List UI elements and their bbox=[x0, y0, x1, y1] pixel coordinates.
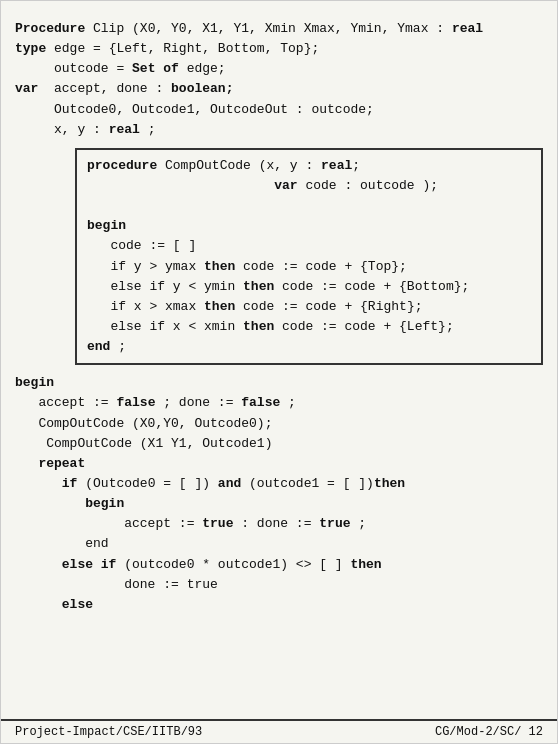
inner-code-5: else if x < xmin then code := code + {Le… bbox=[87, 317, 531, 337]
main-line-1: accept := false ; done := false ; bbox=[15, 393, 543, 413]
main-line-11: else bbox=[15, 595, 543, 615]
kw-then-2: then bbox=[243, 279, 274, 294]
code-content: Procedure Clip (X0, Y0, X1, Y1, Xmin Xma… bbox=[1, 1, 557, 719]
kw-then-1: then bbox=[204, 259, 235, 274]
kw-inner-procedure: procedure bbox=[87, 158, 157, 173]
kw-real-3: real bbox=[321, 158, 352, 173]
inner-end: end ; bbox=[87, 337, 531, 357]
kw-real-1: real bbox=[452, 21, 483, 36]
footer-right: CG/Mod-2/SC/ 12 bbox=[435, 725, 543, 739]
kw-else: else bbox=[62, 597, 93, 612]
kw-true-1: true bbox=[202, 516, 233, 531]
kw-then-6: then bbox=[350, 557, 381, 572]
kw-if-1: if bbox=[62, 476, 78, 491]
kw-then-3: then bbox=[204, 299, 235, 314]
kw-false-2: false bbox=[241, 395, 280, 410]
kw-end-1: end bbox=[87, 339, 110, 354]
inner-line-1: procedure CompOutCode (x, y : real; bbox=[87, 156, 531, 176]
main-line-10: done := true bbox=[15, 575, 543, 595]
kw-repeat: repeat bbox=[38, 456, 85, 471]
code-line-6: x, y : real ; bbox=[15, 120, 543, 140]
code-line-2: type edge = {Left, Right, Bottom, Top}; bbox=[15, 39, 543, 59]
inner-code-4: if x > xmax then code := code + {Right}; bbox=[87, 297, 531, 317]
kw-then-4: then bbox=[243, 319, 274, 334]
code-line-1: Procedure Clip (X0, Y0, X1, Y1, Xmin Xma… bbox=[15, 19, 543, 39]
inner-begin: begin bbox=[87, 216, 531, 236]
kw-var-2: var bbox=[274, 178, 297, 193]
main-line-7: accept := true : done := true ; bbox=[15, 514, 543, 534]
inner-code-1: code := [ ] bbox=[87, 236, 531, 256]
kw-type: type bbox=[15, 41, 46, 56]
kw-set: Set of bbox=[132, 61, 179, 76]
main-begin: begin bbox=[15, 373, 543, 393]
kw-and: and bbox=[218, 476, 241, 491]
inner-code-3: else if y < ymin then code := code + {Bo… bbox=[87, 277, 531, 297]
main-line-2: CompOutCode (X0,Y0, Outcode0); bbox=[15, 414, 543, 434]
main-line-5: if (Outcode0 = [ ]) and (outcode1 = [ ])… bbox=[15, 474, 543, 494]
kw-then-5: then bbox=[374, 476, 405, 491]
code-line-4: var accept, done : boolean; bbox=[15, 79, 543, 99]
kw-false-1: false bbox=[116, 395, 155, 410]
code-line-5: Outcode0, Outcode1, OutcodeOut : outcode… bbox=[15, 100, 543, 120]
kw-boolean: boolean; bbox=[171, 81, 233, 96]
footer: Project-Impact/CSE/IITB/93 CG/Mod-2/SC/ … bbox=[1, 719, 557, 743]
main-line-3: CompOutCode (X1 Y1, Outcode1) bbox=[15, 434, 543, 454]
main-line-6: begin bbox=[15, 494, 543, 514]
kw-begin-2: begin bbox=[85, 496, 124, 511]
kw-var: var bbox=[15, 81, 38, 96]
inner-blank bbox=[87, 196, 531, 216]
kw-real-2: real bbox=[109, 122, 140, 137]
main-line-9: else if (outcode0 * outcode1) <> [ ] the… bbox=[15, 555, 543, 575]
footer-left: Project-Impact/CSE/IITB/93 bbox=[15, 725, 202, 739]
inner-procedure-box: procedure CompOutCode (x, y : real; var … bbox=[75, 148, 543, 365]
main-line-4: repeat bbox=[15, 454, 543, 474]
code-line-3: outcode = Set of edge; bbox=[15, 59, 543, 79]
main-line-8: end bbox=[15, 534, 543, 554]
inner-line-2: var code : outcode ); bbox=[87, 176, 531, 196]
kw-procedure: Procedure bbox=[15, 21, 85, 36]
kw-else-if: else if bbox=[62, 557, 117, 572]
kw-true-2: true bbox=[319, 516, 350, 531]
kw-begin-main: begin bbox=[15, 375, 54, 390]
page: Procedure Clip (X0, Y0, X1, Y1, Xmin Xma… bbox=[0, 0, 558, 744]
kw-begin-1: begin bbox=[87, 218, 126, 233]
inner-code-2: if y > ymax then code := code + {Top}; bbox=[87, 257, 531, 277]
